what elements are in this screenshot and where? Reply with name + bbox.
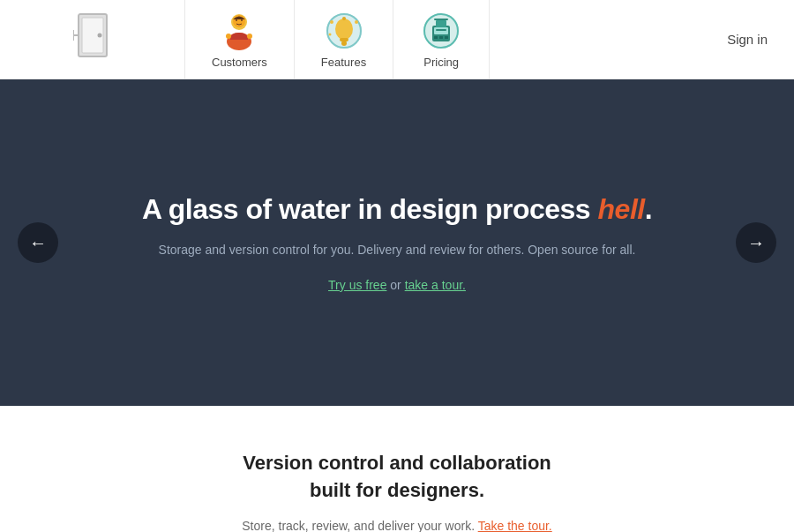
section-title: Version control and collaborationbuilt f… [18,450,776,505]
customers-nav-label: Customers [212,56,267,69]
hero-subtitle: Storage and version control for you. Del… [142,240,652,259]
hero-or-text: or [386,278,404,292]
hero-prev-button[interactable]: ← [18,222,58,263]
arrow-left-icon: ← [29,233,47,253]
nav-item-features[interactable]: Features [295,0,393,79]
hero-title-before: A glass of water in design process [142,193,598,225]
svg-point-8 [236,19,237,21]
svg-rect-27 [445,36,448,39]
hero-cta: Try us free or take a tour. [142,278,652,292]
hero-title-after: . [645,193,652,225]
customers-icon [218,10,260,52]
hero-section: ← A glass of water in design process hel… [0,79,794,406]
sign-in-area: Sign in [700,0,794,79]
svg-point-19 [355,20,358,24]
svg-point-11 [247,34,252,39]
svg-point-9 [241,19,243,21]
hero-title-highlight: hell [598,193,645,225]
arrow-right-icon: → [747,233,765,253]
try-free-link[interactable]: Try us free [328,278,386,292]
svg-point-20 [328,34,331,36]
svg-rect-29 [436,20,446,27]
svg-point-2 [97,34,101,38]
nav-item-pricing[interactable]: Pricing [393,0,490,79]
svg-point-18 [330,20,333,24]
svg-rect-25 [434,36,438,39]
logo-icon [73,12,112,66]
hero-title: A glass of water in design process hell. [142,193,652,226]
take-tour-link[interactable]: take a tour. [405,278,466,292]
header: Customers Features [0,0,794,79]
nav-items: Customers Features [185,0,700,79]
svg-rect-26 [439,36,443,39]
svg-rect-30 [434,19,448,20]
svg-point-10 [226,34,231,39]
svg-point-16 [341,41,347,46]
pricing-nav-label: Pricing [423,56,459,69]
hero-next-button[interactable]: → [736,222,776,263]
svg-rect-28 [436,29,446,31]
features-icon [323,10,365,52]
pricing-icon [420,10,462,52]
hero-content: A glass of water in design process hell.… [142,193,652,291]
section-tour-link[interactable]: Take the tour. [478,519,552,532]
svg-point-17 [342,17,346,20]
sign-in-button[interactable]: Sign in [727,32,768,47]
features-nav-label: Features [321,56,366,69]
section-subtitle-text: Store, track, review, and deliver your w… [242,519,477,532]
logo-area [0,0,185,79]
svg-point-14 [335,19,353,40]
bottom-section: Version control and collaborationbuilt f… [0,406,794,532]
nav-item-customers[interactable]: Customers [185,0,295,79]
section-subtitle: Store, track, review, and deliver your w… [18,519,776,532]
